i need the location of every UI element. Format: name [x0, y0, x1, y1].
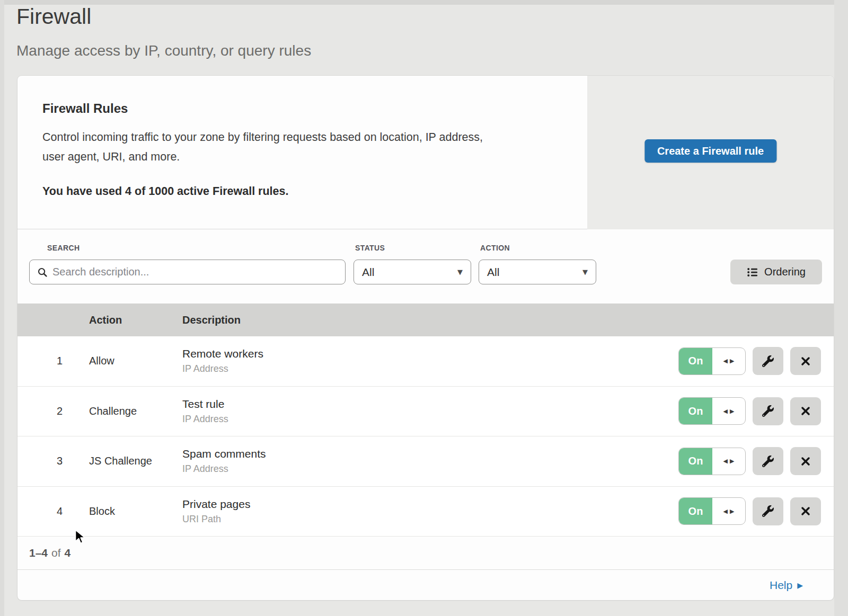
ordering-button-label: Ordering — [764, 266, 806, 278]
rule-description: Private pages — [182, 498, 678, 511]
wrench-icon — [762, 505, 774, 517]
firewall-rules-card: Create a Firewall rule Firewall Rules Co… — [17, 76, 834, 600]
help-link-label: Help — [770, 579, 792, 592]
rule-action: Challenge — [89, 405, 182, 417]
delete-rule-button[interactable] — [790, 347, 821, 375]
pagination-of: of — [51, 547, 61, 559]
toggle-on-label: On — [679, 348, 712, 374]
action-column-header: Action — [89, 314, 182, 326]
toggle-drag-handle[interactable]: ◀▶ — [712, 498, 745, 524]
rule-match-type: IP Address — [182, 363, 678, 374]
status-label: STATUS — [355, 244, 385, 252]
left-right-arrows-icon: ◀▶ — [721, 358, 737, 364]
firewall-rules-intro: Create a Firewall rule Firewall Rules Co… — [17, 76, 834, 229]
left-right-arrows-icon: ◀▶ — [721, 508, 737, 515]
rule-description: Test rule — [182, 398, 678, 410]
chevron-down-icon: ▼ — [582, 268, 588, 276]
edit-rule-button[interactable] — [753, 447, 783, 475]
table-row: 2 Challenge Test rule IP Address On ◀▶ — [17, 387, 834, 437]
card-description-line-2: user agent, URI, and more. — [42, 147, 483, 167]
ordering-button[interactable]: Ordering — [730, 260, 822, 284]
rule-priority: 2 — [17, 405, 89, 417]
status-select-value: All — [362, 266, 374, 279]
table-row: 3 JS Challenge Spam comments IP Address … — [17, 436, 834, 487]
toggle-drag-handle[interactable]: ◀▶ — [712, 448, 745, 475]
left-right-arrows-icon: ◀▶ — [721, 408, 737, 415]
window-edge-right — [834, 0, 848, 616]
window-edge-top — [0, 0, 848, 5]
wrench-icon — [762, 405, 774, 417]
toggle-drag-handle[interactable]: ◀▶ — [712, 398, 745, 424]
search-label: SEARCH — [47, 244, 80, 252]
left-right-arrows-icon: ◀▶ — [721, 458, 737, 465]
rule-action: Block — [89, 505, 182, 517]
page-subtitle: Manage access by IP, country, or query r… — [16, 42, 311, 59]
wrench-icon — [762, 355, 774, 367]
arrow-right-icon: ▶ — [797, 581, 803, 590]
rule-description: Spam comments — [182, 448, 678, 460]
card-description: Control incoming traffic to your zone by… — [42, 128, 483, 167]
card-footer: Help ▶ — [17, 570, 834, 600]
usage-summary: You have used 4 of 1000 active Firewall … — [42, 185, 288, 198]
action-label: ACTION — [480, 244, 510, 252]
pagination-range: 1–4 — [29, 547, 48, 559]
rule-match-type: IP Address — [182, 463, 678, 475]
rule-priority: 1 — [17, 355, 89, 367]
close-icon — [800, 406, 811, 416]
delete-rule-button[interactable] — [790, 397, 821, 425]
rule-enabled-toggle[interactable]: On ◀▶ — [678, 397, 746, 425]
card-heading: Firewall Rules — [42, 101, 128, 116]
firewall-page: Firewall Manage access by IP, country, o… — [0, 0, 848, 616]
toggle-drag-handle[interactable]: ◀▶ — [712, 348, 745, 374]
rule-action: JS Challenge — [89, 455, 182, 467]
rule-match-type: IP Address — [182, 414, 678, 425]
table-row: 1 Allow Remote workers IP Address On ◀▶ — [17, 336, 834, 387]
toggle-on-label: On — [679, 398, 712, 424]
create-rule-panel: Create a Firewall rule — [587, 76, 834, 229]
rule-enabled-toggle[interactable]: On ◀▶ — [678, 347, 746, 375]
pagination-total: 4 — [65, 547, 71, 559]
search-box[interactable] — [29, 260, 346, 284]
close-icon — [800, 506, 811, 516]
table-row: 4 Block Private pages URI Path On ◀▶ — [17, 487, 834, 537]
toggle-on-label: On — [679, 498, 712, 524]
create-firewall-rule-button[interactable]: Create a Firewall rule — [644, 139, 776, 163]
rule-enabled-toggle[interactable]: On ◀▶ — [678, 497, 746, 525]
rules-list: 1 Allow Remote workers IP Address On ◀▶ — [17, 336, 834, 537]
status-select[interactable]: All ▼ — [354, 260, 471, 284]
delete-rule-button[interactable] — [790, 497, 821, 525]
action-select-value: All — [487, 266, 499, 279]
delete-rule-button[interactable] — [790, 447, 821, 475]
description-column-header: Description — [182, 314, 678, 326]
rule-enabled-toggle[interactable]: On ◀▶ — [678, 448, 746, 475]
close-icon — [800, 456, 811, 467]
rule-description: Remote workers — [182, 347, 678, 360]
edit-rule-button[interactable] — [753, 397, 783, 425]
rule-match-type: URI Path — [182, 514, 678, 525]
mouse-cursor — [75, 529, 86, 545]
close-icon — [800, 356, 811, 367]
window-edge-left — [0, 0, 4, 616]
action-select[interactable]: All ▼ — [479, 260, 596, 284]
ordered-list-icon — [747, 266, 758, 278]
wrench-icon — [762, 456, 774, 467]
help-link[interactable]: Help ▶ — [770, 579, 803, 592]
rule-action: Allow — [89, 355, 182, 367]
page-title: Firewall — [16, 4, 91, 29]
chevron-down-icon: ▼ — [457, 268, 463, 276]
card-description-line-1: Control incoming traffic to your zone by… — [42, 128, 483, 147]
rule-priority: 3 — [17, 455, 89, 467]
edit-rule-button[interactable] — [753, 497, 783, 525]
search-input[interactable] — [52, 266, 338, 278]
toggle-on-label: On — [679, 448, 712, 475]
rule-priority: 4 — [17, 505, 89, 517]
search-icon — [37, 267, 48, 278]
table-header: Action Description — [17, 303, 834, 336]
edit-rule-button[interactable] — [753, 347, 783, 375]
pagination: 1–4 of 4 — [17, 537, 834, 570]
